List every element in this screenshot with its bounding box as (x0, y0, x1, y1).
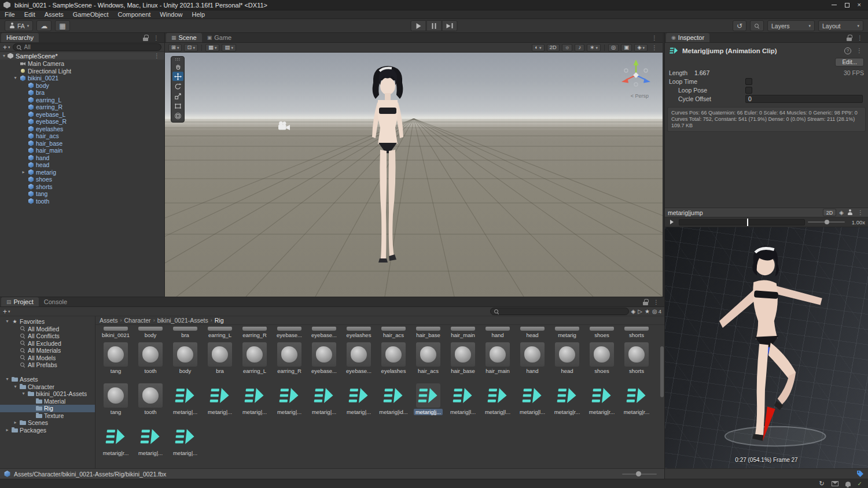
project-tree-item[interactable]: All Prefabs (0, 361, 95, 369)
hierarchy-item[interactable]: shoes (0, 176, 164, 183)
scale-tool-button[interactable] (172, 91, 183, 101)
project-tree-item[interactable]: Texture (0, 412, 95, 420)
breadcrumb-item[interactable]: Assets › (100, 317, 122, 324)
search-by-type-icon[interactable]: ◈ (631, 309, 636, 315)
menu-item[interactable]: Assets (40, 11, 68, 18)
asset-item[interactable]: hair_acs (411, 342, 446, 374)
2d-toggle[interactable]: 2D (547, 44, 560, 51)
menu-item[interactable]: GameObject (68, 11, 113, 18)
camera-settings-button[interactable]: ▣ (621, 44, 632, 51)
preview-speed-slider[interactable] (808, 221, 845, 223)
project-tree-item[interactable]: Favorites (0, 318, 95, 326)
shading-mode-dropdown[interactable]: ◐▾ (532, 44, 544, 51)
panel-menu-icon[interactable]: ⋮ (652, 299, 661, 305)
project-tree-item[interactable]: Packages (0, 427, 95, 434)
tab-inspector[interactable]: ◉ Inspector (666, 33, 709, 42)
preview-clip-name[interactable]: metarig|jump (668, 209, 820, 216)
project-tree-item[interactable]: Rig (0, 405, 95, 412)
asset-item[interactable]: tooth (133, 383, 168, 415)
hierarchy-item[interactable]: tang (0, 190, 164, 198)
gizmos-dropdown[interactable]: ◈▾ (634, 44, 648, 51)
asset-item[interactable]: bra (203, 342, 237, 374)
asset-item[interactable]: metarig|r... (619, 383, 654, 415)
hierarchy-item[interactable]: bikini_0021 (0, 75, 164, 82)
project-tree-item[interactable]: Assets (0, 376, 95, 383)
increment-snap-dropdown[interactable]: ▤▾ (222, 44, 236, 51)
asset-item[interactable]: metarig|l... (480, 383, 515, 415)
notifications-icon[interactable] (845, 482, 851, 486)
close-button[interactable]: × (858, 2, 861, 8)
asset-item[interactable]: hand (515, 342, 550, 374)
menu-item[interactable]: Edit (20, 11, 40, 18)
asset-item[interactable]: body (133, 327, 168, 338)
play-button[interactable] (411, 20, 426, 31)
edit-button[interactable]: Edit... (835, 58, 864, 66)
asset-item[interactable]: earring_L (237, 342, 272, 374)
scene-options-icon[interactable]: ⋮ (152, 53, 161, 59)
hierarchy-item[interactable]: earring_R (0, 103, 164, 111)
services-button[interactable]: ▦ (55, 20, 69, 31)
project-tree-item[interactable]: All Excluded (0, 340, 95, 347)
loop-pose-checkbox[interactable] (745, 87, 752, 94)
hierarchy-item[interactable]: eyebase_L (0, 111, 164, 119)
tab-console[interactable]: Console (39, 297, 72, 306)
asset-item[interactable]: metarig|l... (446, 383, 480, 415)
cycle-offset-field[interactable]: 0 (745, 95, 863, 103)
expander-icon[interactable] (5, 428, 10, 432)
view-tool-button[interactable] (172, 62, 183, 71)
context-menu-icon[interactable]: ⋮ (855, 47, 864, 54)
asset-item[interactable]: metarig|... (168, 424, 203, 456)
expander-icon[interactable] (13, 420, 18, 425)
scene-toolbar-menu-icon[interactable]: ⋮ (650, 45, 659, 51)
scene-orientation-gizmo[interactable] (617, 56, 654, 93)
hierarchy-item[interactable]: Directional Light (0, 68, 164, 75)
hierarchy-item[interactable]: metarig (0, 169, 164, 176)
hierarchy-item[interactable]: hair_main (0, 147, 164, 154)
create-asset-button[interactable]: +▾ (3, 308, 10, 316)
asset-item[interactable]: metarig|... (237, 383, 272, 415)
hierarchy-item[interactable]: eyelashes (0, 125, 164, 133)
thumbnail-zoom-slider[interactable] (622, 474, 657, 475)
preview-avatar-icon[interactable] (847, 209, 853, 216)
hidden-packages-button[interactable]: ◎ 4 (652, 308, 661, 315)
hierarchy-item[interactable]: earring_L (0, 97, 164, 104)
scene-character[interactable] (356, 63, 420, 277)
create-object-button[interactable]: +▾ (3, 43, 10, 51)
animation-preview-viewport[interactable]: 0:27 (054.1%) Frame 27 (665, 227, 868, 468)
step-button[interactable] (442, 20, 458, 31)
foldout-arrow-icon[interactable]: ▾ (3, 53, 5, 58)
asset-item[interactable]: metarig|r... (98, 424, 133, 456)
hierarchy-item[interactable]: eyebase_R (0, 118, 164, 125)
asset-grid[interactable]: bikini_0021 body bra earring_L (95, 325, 664, 468)
loop-time-checkbox[interactable] (745, 78, 752, 85)
undo-history-button[interactable]: ↺ (733, 20, 746, 31)
asset-item[interactable]: tooth (133, 342, 168, 374)
asset-item[interactable]: metarig|r... (584, 383, 619, 415)
expander-icon[interactable] (21, 391, 26, 396)
asset-item[interactable]: metarig|r... (550, 383, 584, 415)
asset-item[interactable]: hair_base (411, 327, 446, 338)
maximize-button[interactable] (845, 3, 849, 8)
asset-item[interactable]: hair_main (446, 327, 480, 338)
transform-tool-button[interactable] (172, 111, 183, 120)
project-tree-item[interactable]: Scenes (0, 419, 95, 427)
grid-snap-dropdown[interactable]: ⊡▾ (184, 44, 197, 51)
project-tree-item[interactable]: All Modified (0, 326, 95, 333)
asset-item[interactable]: eyebase... (272, 327, 307, 338)
project-tree-item[interactable]: Character (0, 383, 95, 391)
hierarchy-item[interactable]: body (0, 82, 164, 90)
scene-camera-icon[interactable] (278, 121, 290, 131)
layers-dropdown[interactable]: Layers ▾ (767, 20, 815, 31)
asset-item[interactable]: metarig|j... (411, 383, 446, 415)
hierarchy-search-input[interactable]: All (13, 43, 161, 51)
lock-icon[interactable] (143, 35, 148, 41)
rotate-tool-button[interactable] (172, 82, 183, 91)
breadcrumb-item[interactable]: bikini_0021-Assets › (157, 317, 212, 324)
preview-play-button[interactable] (668, 219, 676, 226)
preview-playhead[interactable] (747, 219, 748, 226)
effects-dropdown[interactable]: ∗▾ (587, 44, 600, 51)
panel-menu-icon[interactable]: ⋮ (855, 35, 865, 41)
asset-item[interactable]: metarig|... (133, 424, 168, 456)
preview-menu-icon[interactable]: ⋮ (856, 209, 865, 216)
asset-item[interactable]: metarig|... (203, 383, 237, 415)
